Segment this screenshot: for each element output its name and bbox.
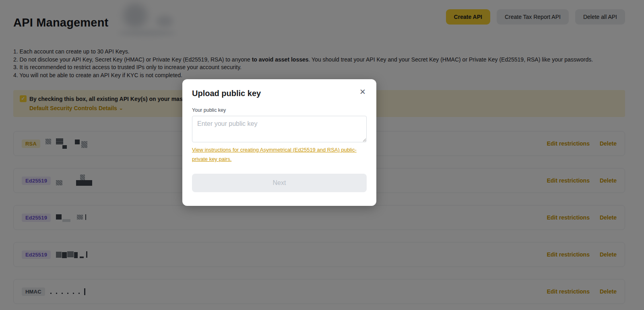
- key-pair-instructions-link[interactable]: View instructions for creating Asymmetri…: [192, 145, 367, 164]
- next-button[interactable]: Next: [192, 174, 367, 192]
- upload-public-key-modal: Upload public key ✕ Your public key View…: [182, 79, 376, 206]
- public-key-field-label: Your public key: [192, 107, 367, 113]
- close-icon[interactable]: ✕: [358, 87, 367, 97]
- public-key-input[interactable]: [192, 116, 367, 142]
- modal-title: Upload public key: [192, 89, 367, 98]
